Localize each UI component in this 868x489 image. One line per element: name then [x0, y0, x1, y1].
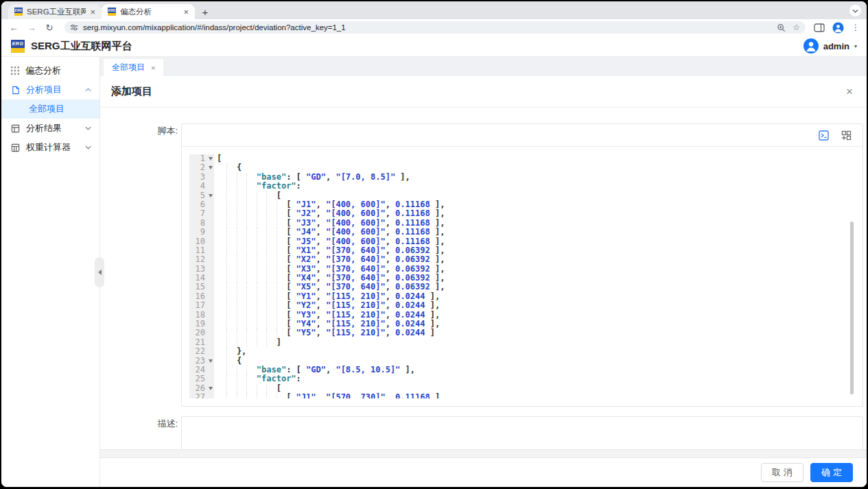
forward-button[interactable]: → [25, 23, 38, 33]
console-mode-button[interactable] [819, 130, 829, 141]
gutter-line-number: 3 [189, 173, 214, 182]
code-text: [ "Y4", "[115, 210]", 0.0244 ], [214, 320, 856, 329]
code-line: 23 { [189, 357, 856, 366]
browser-toolbar: ← → ↻ serg.mixyun.com/mixapplication/#/i… [1, 19, 867, 36]
code-editor[interactable]: 1[2 {3 "base": [ "GD", "[7.0, 8.5]" ],4 … [189, 154, 856, 398]
code-text: ] [214, 338, 856, 347]
code-text: [ "J1", "[400, 600]", 0.11168 ], [214, 200, 856, 209]
code-line: 21 ] [189, 338, 856, 347]
confirm-button[interactable]: 确定 [810, 463, 853, 482]
tab-close-icon[interactable]: × [183, 8, 189, 16]
chevron-up-icon [85, 88, 91, 92]
tab-close-icon[interactable]: × [90, 8, 95, 16]
sidebar-module-title[interactable]: 偏态分析 [1, 61, 99, 80]
code-text: { [214, 163, 856, 172]
fold-arrow-icon[interactable] [209, 194, 213, 198]
cancel-button[interactable]: 取消 [761, 463, 804, 482]
code-line: 18 [ "Y3", "[115, 210]", 0.0244 ], [189, 311, 856, 320]
zoom-icon[interactable] [777, 23, 786, 32]
browser-menu-icon[interactable]: ⋮ [852, 23, 860, 32]
panel-header: 添加项目 × [100, 76, 867, 108]
chevron-down-icon [85, 126, 91, 130]
gutter-line-number: 2 [189, 163, 214, 172]
code-line: 7 [ "J2", "[400, 600]", 0.11168 ], [189, 209, 856, 218]
reload-button[interactable]: ↻ [43, 23, 56, 33]
new-tab-button[interactable]: + [198, 4, 213, 19]
workspace-tab-all-projects[interactable]: 全部项目 × [104, 59, 163, 76]
sidebar-item-analysis-results[interactable]: 分析结果 [1, 119, 99, 138]
gutter-line-number: 1 [189, 154, 214, 163]
page-scrollbar-thumb[interactable] [850, 222, 854, 394]
code-text: [ "X5", "[370, 640]", 0.06392 ], [214, 283, 856, 291]
fold-arrow-icon[interactable] [209, 166, 213, 169]
code-text: "base": [ "GD", "[8.5, 10.5]" ], [214, 366, 856, 374]
code-text: [ "X3", "[370, 640]", 0.06392 ], [214, 265, 856, 274]
code-line: 9 [ "J4", "[400, 600]", 0.11168 ], [189, 228, 856, 237]
gutter-line-number: 15 [189, 283, 214, 291]
browser-tab-deviation[interactable]: ERG 偏态分析 × [102, 4, 195, 19]
bookmark-star-icon[interactable]: ☆ [793, 23, 800, 32]
gutter-line-number: 16 [189, 292, 214, 301]
panel-footer: 取消 确定 [100, 457, 867, 487]
brand-title: SERG工业互联网平台 [31, 40, 132, 53]
sidebar-item-analysis-projects[interactable]: 分析项目 [1, 80, 99, 99]
gutter-line-number: 6 [189, 200, 214, 209]
code-text: [ "J5", "[400, 600]", 0.11168 ], [214, 237, 856, 246]
gutter-line-number: 17 [189, 301, 214, 310]
sidebar-item-label: 分析结果 [26, 122, 79, 134]
site-favicon: ERG [108, 8, 116, 16]
gutter-line-number: 5 [189, 191, 214, 200]
gutter-line-number: 9 [189, 228, 214, 237]
code-text: [ [214, 154, 856, 163]
fold-arrow-icon[interactable] [209, 157, 213, 160]
code-line: 22 }, [189, 347, 856, 356]
code-text: [ "J4", "[400, 600]", 0.11168 ], [214, 228, 856, 237]
gutter-line-number: 12 [189, 255, 214, 264]
user-menu[interactable]: admin ▾ [804, 38, 857, 53]
gutter-line-number: 22 [189, 347, 214, 356]
code-line: 19 [ "Y4", "[115, 210]", 0.0244 ], [189, 320, 856, 329]
tab-search-button[interactable] [849, 5, 861, 16]
address-bar[interactable]: serg.mixyun.com/mixapplication/#/indass/… [64, 21, 806, 34]
fold-arrow-icon[interactable] [209, 359, 213, 363]
gutter-line-number: 14 [189, 274, 214, 283]
code-line: 1[ [189, 154, 856, 163]
code-text: { [214, 357, 856, 366]
gutter-line-number: 13 [189, 265, 214, 274]
gutter-line-number: 7 [189, 209, 214, 218]
sidebar-collapse-handle[interactable] [95, 257, 104, 287]
script-editor-box: 1[2 {3 "base": [ "GD", "[7.0, 8.5]" ],4 … [181, 123, 863, 407]
side-panel-icon[interactable] [814, 23, 825, 32]
gutter-line-number: 18 [189, 311, 214, 320]
site-settings-icon[interactable] [70, 23, 78, 32]
editor-toolbar [182, 124, 863, 147]
back-button[interactable]: ← [7, 23, 21, 33]
code-line: 6 [ "J1", "[400, 600]", 0.11168 ], [189, 200, 856, 209]
profile-avatar[interactable] [832, 22, 844, 34]
script-field-label: 脚本: [111, 123, 178, 407]
code-text: [ "Y1", "[115, 210]", 0.0244 ], [214, 292, 856, 301]
add-project-panel: 添加项目 × 脚本: [100, 76, 867, 487]
fold-arrow-icon[interactable] [209, 387, 213, 390]
sidebar-subitem-all-projects[interactable]: 全部项目 [1, 99, 99, 119]
code-text: "factor": [214, 374, 856, 383]
sidebar-item-weight-calculator[interactable]: 权重计算器 [1, 138, 99, 157]
gutter-line-number: 24 [189, 366, 214, 374]
gutter-line-number: 23 [189, 357, 214, 366]
code-line: 25 "factor": [189, 374, 856, 383]
sidebar: 偏态分析 分析项目 全部项目 分析结果 权重计算器 [1, 57, 100, 487]
browser-tab-serg[interactable]: ERG SERG工业互联网平台 × [8, 4, 102, 19]
components-icon [841, 130, 852, 141]
console-icon [819, 130, 829, 141]
gutter-line-number: 27 [189, 393, 214, 398]
workspace-tab-close-icon[interactable]: × [151, 64, 155, 72]
gutter-line-number: 26 [189, 384, 214, 393]
user-caret-icon: ▾ [854, 43, 857, 49]
chevron-down-icon [852, 9, 858, 13]
url-text[interactable]: serg.mixyun.com/mixapplication/#/indass/… [83, 23, 772, 32]
panel-close-button[interactable]: × [846, 86, 853, 97]
gutter-line-number: 10 [189, 237, 214, 246]
components-view-button[interactable] [841, 130, 852, 141]
code-line: 2 { [189, 163, 856, 172]
code-text: [ "Y2", "[115, 210]", 0.0244 ], [214, 301, 856, 310]
